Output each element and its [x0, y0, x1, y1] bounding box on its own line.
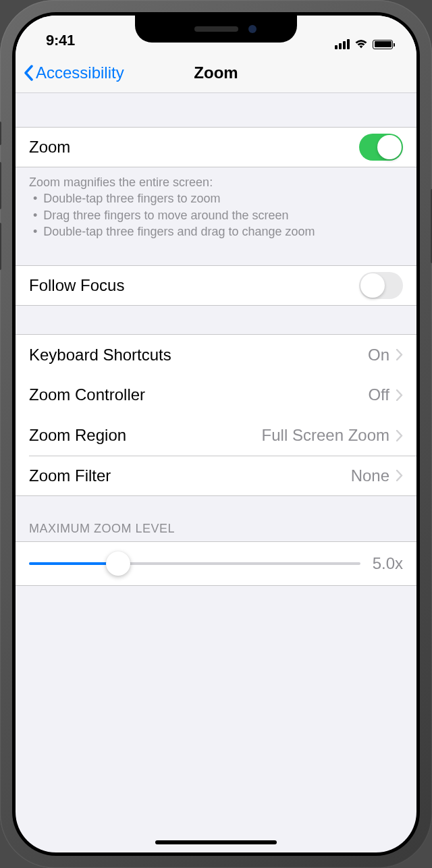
zoom-filter-row[interactable]: Zoom Filter None [16, 456, 416, 496]
battery-icon [373, 40, 393, 49]
home-indicator[interactable] [155, 840, 277, 844]
silent-switch[interactable] [0, 121, 1, 145]
front-camera [248, 25, 256, 33]
max-zoom-header: Maximum Zoom Level [16, 516, 416, 541]
chevron-right-icon [396, 430, 403, 441]
volume-down-button[interactable] [0, 223, 1, 270]
zoom-description: Zoom magnifies the entire screen: Double… [16, 167, 416, 246]
cell-value: On [368, 346, 389, 364]
zoom-toggle-row[interactable]: Zoom [16, 127, 416, 167]
wifi-icon [354, 39, 368, 49]
zoom-toggle-label: Zoom [29, 138, 70, 157]
zoom-desc-bullet: Double-tap three fingers to zoom [33, 190, 403, 207]
chevron-left-icon [24, 65, 33, 81]
zoom-desc-bullet: Double-tap three fingers and drag to cha… [33, 223, 403, 240]
screen: 9:41 [16, 16, 416, 852]
cell-label: Keyboard Shortcuts [29, 346, 171, 364]
slider-thumb[interactable] [106, 551, 130, 576]
max-zoom-value: 5.0x [373, 554, 403, 573]
keyboard-shortcuts-row[interactable]: Keyboard Shortcuts On [16, 334, 416, 375]
speaker-grille [194, 26, 238, 32]
zoom-controller-row[interactable]: Zoom Controller Off [16, 375, 416, 415]
follow-focus-toggle[interactable] [359, 272, 403, 299]
phone-frame: 9:41 [0, 0, 432, 868]
follow-focus-row[interactable]: Follow Focus [16, 265, 416, 306]
follow-focus-label: Follow Focus [29, 276, 124, 295]
cell-label: Zoom Filter [29, 466, 111, 485]
zoom-toggle[interactable] [359, 134, 403, 161]
cell-label: Zoom Controller [29, 385, 145, 404]
chevron-right-icon [396, 389, 403, 401]
page-title: Zoom [194, 63, 238, 82]
cell-value: Off [368, 385, 389, 404]
zoom-desc-intro: Zoom magnifies the entire screen: [29, 174, 403, 190]
chevron-right-icon [396, 470, 403, 481]
cell-value: Full Screen Zoom [262, 426, 389, 445]
zoom-desc-bullet: Drag three fingers to move around the sc… [33, 207, 403, 223]
volume-up-button[interactable] [0, 162, 1, 209]
max-zoom-slider-row: 5.0x [16, 541, 416, 586]
back-label: Accessibility [36, 63, 124, 82]
chevron-right-icon [396, 349, 403, 360]
zoom-region-row[interactable]: Zoom Region Full Screen Zoom [16, 415, 416, 456]
cellular-signal-icon [335, 39, 350, 49]
cell-label: Zoom Region [29, 426, 126, 445]
navigation-bar: Accessibility Zoom [16, 53, 416, 93]
content-scroll[interactable]: Zoom Zoom magnifies the entire screen: D… [16, 93, 416, 852]
notch [135, 16, 297, 43]
status-time: 9:41 [46, 32, 75, 49]
status-icons [335, 39, 393, 49]
max-zoom-slider[interactable] [29, 562, 360, 565]
back-button[interactable]: Accessibility [24, 63, 124, 82]
cell-value: None [351, 466, 389, 485]
